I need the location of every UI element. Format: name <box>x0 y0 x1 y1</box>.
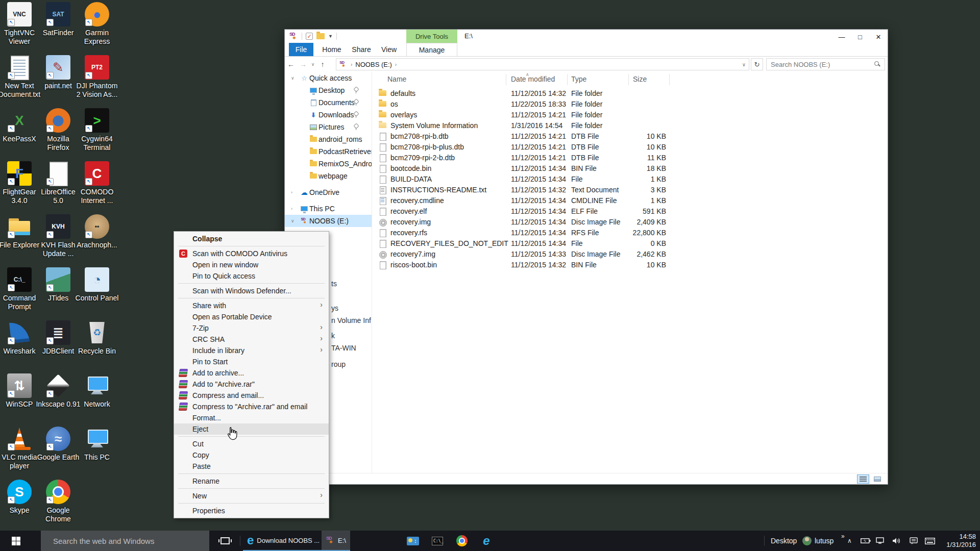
search-icon[interactable] <box>874 61 880 67</box>
details-view-button[interactable] <box>857 474 869 484</box>
tree-item-fragment[interactable]: n Volume Info <box>331 316 371 324</box>
taskbar-app-edge[interactable]: e Download NOOBS ... <box>243 531 324 551</box>
column-header-date-modified[interactable]: Date modified <box>511 75 555 83</box>
nav-item[interactable]: RemixOS_Android_f <box>285 158 372 170</box>
expand-chevron-icon[interactable]: › <box>291 190 299 195</box>
desktop-icon[interactable]: > ↖ Cygwin64 Terminal <box>78 108 116 161</box>
thumbnails-view-button[interactable] <box>871 474 884 484</box>
column-divider[interactable] <box>628 74 629 85</box>
up-button[interactable]: ↑ <box>316 60 329 68</box>
nav-item[interactable]: ⬇ Downloads <box>285 109 372 121</box>
task-view-button[interactable] <box>213 531 237 551</box>
file-name[interactable]: INSTRUCTIONS-README.txt <box>390 186 486 194</box>
file-row[interactable]: recovery.cmdline 11/12/2015 14:34 CMDLIN… <box>373 195 888 206</box>
desktop-icon[interactable]: ≣ ↖ JDBClient <box>39 320 78 373</box>
desktop-icon[interactable]: C:\_ ↖ Command Prompt <box>0 267 39 320</box>
column-divider[interactable] <box>506 74 506 85</box>
search-box[interactable]: Search NOOBS (E:) <box>766 58 885 70</box>
context-menu-item[interactable]: New › <box>174 490 329 502</box>
desktop-icon[interactable]: F ↖ FlightGear 3.4.0 <box>0 161 39 214</box>
show-hidden-icons-button[interactable]: ∧ <box>847 531 852 551</box>
desktop-icon[interactable]: ↖ Network <box>78 373 116 427</box>
qat-customize-caret-icon[interactable]: ▼ <box>328 34 333 39</box>
context-menu-item[interactable]: › <box>174 487 329 490</box>
nav-item[interactable]: ∨ SD✱ NOOBS (E:) <box>285 215 372 227</box>
refresh-button[interactable]: ↻ <box>751 58 763 70</box>
desktop-icon[interactable]: ↖ Google Chrome <box>39 480 78 533</box>
context-menu-item[interactable]: Collapse › <box>174 233 329 244</box>
context-menu-item[interactable]: Pin to Start › <box>174 356 329 367</box>
tab-view[interactable]: View <box>377 43 401 56</box>
file-name[interactable]: bcm2708-rpi-b-plus.dtb <box>390 143 464 151</box>
taskbar-pinned-command-prompt[interactable]: C:\_ <box>425 531 450 551</box>
desktop-icon[interactable]: •• ↖ Arachnoph... <box>78 214 116 267</box>
context-menu-item[interactable]: Pin to Quick access › <box>174 270 329 282</box>
file-name[interactable]: bcm2709-rpi-2-b.dtb <box>390 154 455 162</box>
file-row[interactable]: riscos-boot.bin 11/12/2015 14:32 BIN Fil… <box>373 260 888 270</box>
expand-chevron-icon[interactable]: › <box>291 206 299 211</box>
new-folder-icon[interactable] <box>316 33 325 39</box>
context-menu-item[interactable]: › <box>174 502 329 505</box>
minimize-button[interactable]: — <box>832 30 851 44</box>
context-menu-item[interactable]: Compress and email... › <box>174 390 329 401</box>
file-name[interactable]: riscos-boot.bin <box>390 261 437 269</box>
context-menu-item[interactable]: Rename › <box>174 475 329 487</box>
file-name[interactable]: System Volume Information <box>390 121 478 130</box>
file-name[interactable]: RECOVERY_FILES_DO_NOT_EDIT <box>390 239 508 247</box>
file-row[interactable]: bcm2708-rpi-b.dtb 11/12/2015 14:21 DTB F… <box>373 131 888 142</box>
nav-item[interactable]: android_roms <box>285 133 372 145</box>
nav-item[interactable]: › ☁ OneDrive <box>285 186 372 198</box>
desktop-icon[interactable]: ↖ Mozilla Firefox <box>39 108 78 161</box>
context-menu-item[interactable]: Share with › <box>174 300 329 311</box>
column-header-size[interactable]: Size <box>633 75 647 83</box>
context-menu-item[interactable]: Scan with Windows Defender... › <box>174 285 329 296</box>
taskbar-app-explorer[interactable]: SD✱ E:\ <box>322 531 350 551</box>
context-menu-item[interactable]: Cut › <box>174 438 329 449</box>
file-row[interactable]: recovery.elf 11/12/2015 14:34 ELF File 5… <box>373 206 888 217</box>
user-toolbar[interactable]: lutusp <box>815 531 834 551</box>
nav-item[interactable]: ∨ ☆ Quick access <box>285 72 372 84</box>
context-menu-item[interactable]: Include in library › <box>174 345 329 356</box>
file-row[interactable]: RECOVERY_FILES_DO_NOT_EDIT 11/12/2015 14… <box>373 238 888 249</box>
file-row[interactable]: recovery7.img 11/12/2015 14:33 Disc Imag… <box>373 249 888 260</box>
title-bar[interactable]: SD✱ ✓ ▼ Drive Tools E:\ — □ ✕ <box>285 30 888 43</box>
column-header-name[interactable]: Name <box>387 75 406 83</box>
desktop-icon[interactable]: ◔ ↖ Control Panel <box>78 267 116 320</box>
file-row[interactable]: recovery.img 11/12/2015 14:34 Disc Image… <box>373 217 888 228</box>
tree-item-fragment[interactable]: TA-WIN <box>331 344 371 352</box>
desktop-toolbar[interactable]: Desktop <box>771 531 797 551</box>
volume-control[interactable] <box>892 531 901 551</box>
nav-item[interactable]: webpage <box>285 170 372 182</box>
desktop-icon[interactable]: ✎ ↖ paint.net <box>39 55 78 108</box>
context-menu-item[interactable]: Properties › <box>174 505 329 516</box>
recent-locations-caret-icon[interactable]: ∨ <box>309 62 316 67</box>
desktop-icon[interactable]: S ↖ Skype <box>0 480 39 533</box>
close-button[interactable]: ✕ <box>869 30 888 44</box>
breadcrumb[interactable]: SD✱ › NOOBS (E:) › ∨ <box>336 58 749 70</box>
desktop-icon[interactable]: ≈ ↖ Google Earth <box>39 427 78 480</box>
desktop-icon[interactable]: ↖ LibreOffice 5.0 <box>39 161 78 214</box>
context-menu-item[interactable]: Compress to "Archive.rar" and email › <box>174 401 329 412</box>
desktop-icon[interactable]: X ↖ KeePassX <box>0 108 39 161</box>
network-status[interactable] <box>876 531 885 551</box>
tab-file[interactable]: File <box>289 43 313 56</box>
context-menu-item[interactable]: Open in new window › <box>174 259 329 270</box>
expand-chevron-icon[interactable]: ∨ <box>291 76 299 81</box>
desktop-icon[interactable]: VNC ↖ TightVNC Viewer <box>0 2 39 55</box>
context-menu-item[interactable]: Open as Portable Device › <box>174 311 329 322</box>
desktop-icon[interactable]: ↖ New Text Document.txt <box>0 55 39 108</box>
tab-manage[interactable]: Manage <box>406 43 457 56</box>
tree-item-fragment[interactable]: k <box>331 332 371 340</box>
file-row[interactable]: INSTRUCTIONS-README.txt 11/12/2015 14:32… <box>373 185 888 195</box>
context-menu-item[interactable]: Copy › <box>174 449 329 461</box>
desktop-icon[interactable]: ↖ This PC <box>78 427 116 480</box>
file-name[interactable]: recovery.img <box>390 218 431 226</box>
file-row[interactable]: recovery.rfs 11/12/2015 14:34 RFS File 2… <box>373 228 888 238</box>
desktop-icon[interactable]: C ↖ COMODO Internet ... <box>78 161 116 214</box>
touch-keyboard-button[interactable] <box>925 531 935 551</box>
taskbar-search-input[interactable]: Search the web and Windows <box>41 531 209 551</box>
nav-item[interactable]: Desktop <box>285 84 372 96</box>
desktop-icon[interactable]: ⇅ ↖ WinSCP <box>0 373 39 427</box>
column-divider[interactable] <box>567 74 568 85</box>
nav-item[interactable]: Documents <box>285 96 372 109</box>
